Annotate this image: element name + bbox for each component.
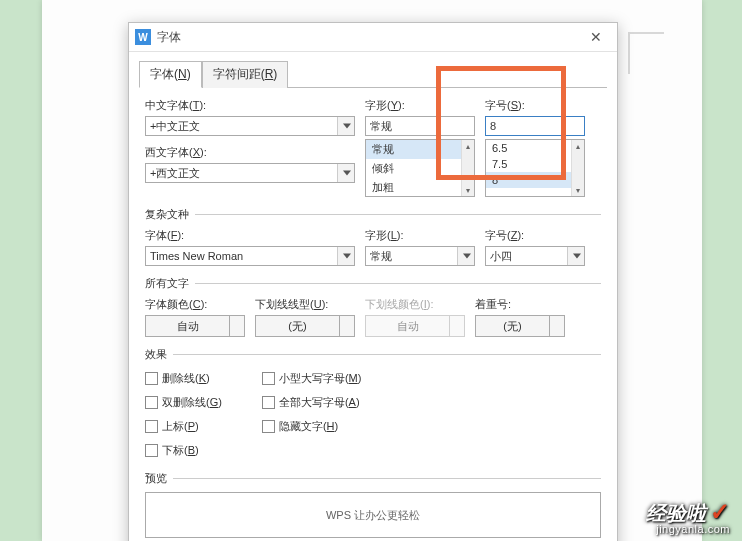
scrollbar[interactable]: ▴▾ — [461, 140, 474, 196]
list-item[interactable]: 倾斜 — [366, 159, 474, 178]
color-label: 字体颜色(C): — [145, 297, 245, 312]
scrollbar[interactable]: ▴▾ — [571, 140, 584, 196]
superscript-checkbox[interactable]: 上标(P) — [145, 419, 222, 434]
west-font-select[interactable]: +西文正文 — [145, 163, 355, 183]
list-item[interactable]: 加粗 — [366, 178, 474, 197]
dialog-title: 字体 — [157, 29, 581, 46]
color-combo[interactable]: 自动 — [145, 315, 245, 337]
complex-font-select[interactable]: Times New Roman — [145, 246, 355, 266]
style-input[interactable]: 常规 — [365, 116, 475, 136]
complex-size-label: 字号(Z): — [485, 228, 585, 243]
tab-strip: 字体(N) 字符间距(R) — [129, 52, 617, 87]
complex-font-label: 字体(F): — [145, 228, 355, 243]
effects-group-label: 效果 — [145, 347, 601, 362]
complex-size-select[interactable]: 小四 — [485, 246, 585, 266]
double-strike-checkbox[interactable]: 双删除线(G) — [145, 395, 222, 410]
list-item[interactable]: 7.5 — [486, 156, 584, 172]
cn-font-select[interactable]: +中文正文 — [145, 116, 355, 136]
list-item[interactable]: 常规 — [366, 140, 474, 159]
alltext-group-label: 所有文字 — [145, 276, 601, 291]
font-dialog: W 字体 ✕ 字体(N) 字符间距(R) 中文字体(T): +中文正文 西文字体… — [128, 22, 618, 541]
size-label: 字号(S): — [485, 98, 585, 113]
style-listbox[interactable]: 常规 倾斜 加粗 ▴▾ — [365, 139, 475, 197]
preview-box: WPS 让办公更轻松 — [145, 492, 601, 538]
hidden-checkbox[interactable]: 隐藏文字(H) — [262, 419, 362, 434]
strike-checkbox[interactable]: 删除线(K) — [145, 371, 222, 386]
titlebar: W 字体 ✕ — [129, 23, 617, 52]
size-listbox[interactable]: 6.5 7.5 8 ▴▾ — [485, 139, 585, 197]
size-input[interactable]: 8 — [485, 116, 585, 136]
underline-color-combo: 自动 — [365, 315, 465, 337]
complex-group-label: 复杂文种 — [145, 207, 601, 222]
emphasis-combo[interactable]: (无) — [475, 315, 565, 337]
west-font-label: 西文字体(X): — [145, 145, 355, 160]
style-label: 字形(Y): — [365, 98, 475, 113]
watermark: 经验啦✓ jingyanla.com — [646, 500, 730, 535]
underline-label: 下划线线型(U): — [255, 297, 355, 312]
tab-spacing[interactable]: 字符间距(R) — [202, 61, 289, 88]
complex-style-label: 字形(L): — [365, 228, 475, 243]
underline-color-label: 下划线颜色(I): — [365, 297, 465, 312]
cn-font-label: 中文字体(T): — [145, 98, 355, 113]
text-cursor-placeholder — [628, 32, 664, 74]
allcaps-checkbox[interactable]: 全部大写字母(A) — [262, 395, 362, 410]
app-icon: W — [135, 29, 151, 45]
underline-combo[interactable]: (无) — [255, 315, 355, 337]
smallcaps-checkbox[interactable]: 小型大写字母(M) — [262, 371, 362, 386]
preview-group-label: 预览 — [145, 471, 601, 486]
list-item[interactable]: 8 — [486, 172, 584, 188]
tab-font[interactable]: 字体(N) — [139, 61, 202, 88]
close-button[interactable]: ✕ — [581, 26, 611, 48]
emphasis-label: 着重号: — [475, 297, 565, 312]
subscript-checkbox[interactable]: 下标(B) — [145, 443, 222, 458]
complex-style-select[interactable]: 常规 — [365, 246, 475, 266]
list-item[interactable]: 6.5 — [486, 140, 584, 156]
